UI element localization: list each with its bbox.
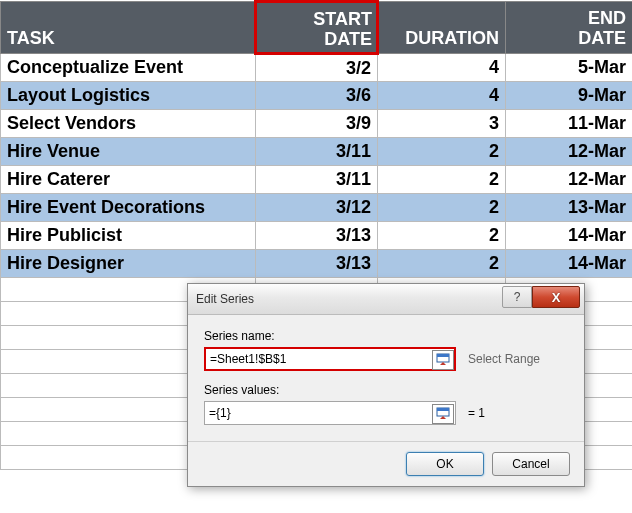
cell-task[interactable]: Layout Logistics xyxy=(1,82,256,110)
dialog-titlebar[interactable]: Edit Series ? X xyxy=(188,284,584,315)
range-picker-icon xyxy=(436,353,450,367)
cell-task[interactable]: Select Vendors xyxy=(1,110,256,138)
ok-button[interactable]: OK xyxy=(406,452,484,476)
cell-duration[interactable]: 2 xyxy=(378,250,506,278)
cell-end[interactable]: 12-Mar xyxy=(506,138,633,166)
cell-task[interactable]: Hire Venue xyxy=(1,138,256,166)
range-picker-button[interactable] xyxy=(432,350,454,370)
table-row: Hire Venue3/11212-Mar xyxy=(1,138,633,166)
cell-start[interactable]: 3/9 xyxy=(256,110,378,138)
range-picker-icon xyxy=(436,407,450,421)
header-text: DATE xyxy=(324,29,372,49)
table-row: Hire Event Decorations3/12213-Mar xyxy=(1,194,633,222)
table-row: Select Vendors3/9311-Mar xyxy=(1,110,633,138)
cell-end[interactable]: 11-Mar xyxy=(506,110,633,138)
cell-task[interactable]: Hire Publicist xyxy=(1,222,256,250)
table-row: Hire Publicist3/13214-Mar xyxy=(1,222,633,250)
cell-duration[interactable]: 3 xyxy=(378,110,506,138)
svg-rect-3 xyxy=(437,408,449,411)
table-row: Layout Logistics3/649-Mar xyxy=(1,82,633,110)
cell-task[interactable]: Hire Designer xyxy=(1,250,256,278)
header-text: END xyxy=(588,8,626,28)
cell-start[interactable]: 3/12 xyxy=(256,194,378,222)
range-picker-button[interactable] xyxy=(432,404,454,424)
col-header-task[interactable]: TASK xyxy=(1,2,256,54)
help-button[interactable]: ? xyxy=(502,286,532,308)
series-values-input[interactable] xyxy=(204,401,456,425)
cell-end[interactable]: 12-Mar xyxy=(506,166,633,194)
cell-end[interactable]: 9-Mar xyxy=(506,82,633,110)
close-button[interactable]: X xyxy=(532,286,580,308)
header-text: DATE xyxy=(578,28,626,48)
table-row: Hire Caterer3/11212-Mar xyxy=(1,166,633,194)
col-header-duration[interactable]: DURATION xyxy=(378,2,506,54)
cell-duration[interactable]: 2 xyxy=(378,222,506,250)
cancel-button[interactable]: Cancel xyxy=(492,452,570,476)
cell-duration[interactable]: 2 xyxy=(378,194,506,222)
series-values-after: = 1 xyxy=(468,406,485,420)
header-text: START xyxy=(313,9,372,29)
cell-end[interactable]: 14-Mar xyxy=(506,222,633,250)
cell-start[interactable]: 3/13 xyxy=(256,222,378,250)
cell-task[interactable]: Conceptualize Event xyxy=(1,54,256,82)
table-row: Conceptualize Event3/245-Mar xyxy=(1,54,633,82)
table-row: Hire Designer3/13214-Mar xyxy=(1,250,633,278)
cell-start[interactable]: 3/6 xyxy=(256,82,378,110)
cell-duration[interactable]: 2 xyxy=(378,166,506,194)
series-name-label: Series name: xyxy=(204,329,568,343)
cell-duration[interactable]: 4 xyxy=(378,54,506,82)
cell-start[interactable]: 3/11 xyxy=(256,138,378,166)
edit-series-dialog: Edit Series ? X Series name: Select Rang… xyxy=(187,283,585,487)
col-header-end-date[interactable]: END DATE xyxy=(506,2,633,54)
cell-end[interactable]: 5-Mar xyxy=(506,54,633,82)
cell-end[interactable]: 14-Mar xyxy=(506,250,633,278)
cell-duration[interactable]: 2 xyxy=(378,138,506,166)
dialog-title: Edit Series xyxy=(196,292,254,306)
cell-task[interactable]: Hire Caterer xyxy=(1,166,256,194)
svg-rect-1 xyxy=(437,354,449,357)
series-name-input[interactable] xyxy=(204,347,456,371)
col-header-start-date[interactable]: START DATE xyxy=(256,2,378,54)
cell-start[interactable]: 3/13 xyxy=(256,250,378,278)
series-values-label: Series values: xyxy=(204,383,568,397)
cell-start[interactable]: 3/2 xyxy=(256,54,378,82)
series-name-after: Select Range xyxy=(468,352,540,366)
cell-task[interactable]: Hire Event Decorations xyxy=(1,194,256,222)
cell-start[interactable]: 3/11 xyxy=(256,166,378,194)
cell-duration[interactable]: 4 xyxy=(378,82,506,110)
cell-end[interactable]: 13-Mar xyxy=(506,194,633,222)
